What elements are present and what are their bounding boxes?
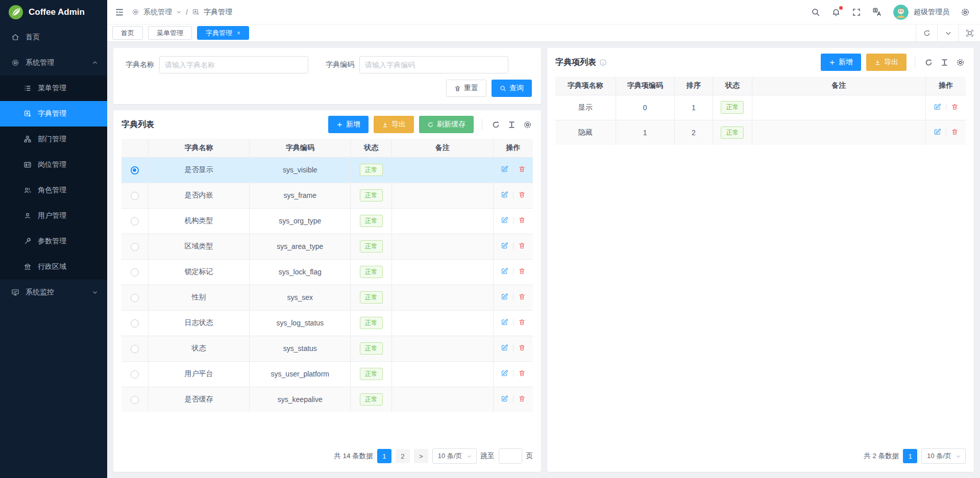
edit-icon[interactable] <box>934 103 941 111</box>
edit-icon[interactable] <box>501 267 508 275</box>
delete-icon[interactable] <box>518 191 526 198</box>
delete-icon[interactable] <box>518 318 526 326</box>
table-row[interactable]: 隐藏12正常 <box>555 120 966 145</box>
maximize-icon[interactable] <box>959 24 980 41</box>
query-button[interactable]: 查询 <box>492 80 532 97</box>
table-row[interactable]: 是否缓存sys_keepalive正常 <box>121 387 533 412</box>
page-button-2[interactable]: 2 <box>396 449 410 463</box>
row-radio[interactable] <box>131 345 139 353</box>
table-row[interactable]: 是否内嵌sys_frame正常 <box>121 183 533 208</box>
edit-icon[interactable] <box>501 395 508 402</box>
table-settings-gear-icon[interactable] <box>522 119 533 130</box>
reset-button[interactable]: 重置 <box>446 80 486 97</box>
sidebar-item-dict-mgmt[interactable]: 字典管理 <box>0 101 107 127</box>
jump-page-input[interactable] <box>499 448 522 464</box>
dict-code-input[interactable] <box>359 56 508 73</box>
user-name[interactable]: 超级管理员 <box>914 8 949 17</box>
table-row[interactable]: 用户平台sys_user_platform正常 <box>121 361 533 387</box>
tab-dict-mgmt[interactable]: 字典管理× <box>197 26 249 40</box>
table-row[interactable]: 机构类型sys_org_type正常 <box>121 208 533 234</box>
sidebar-item-admin-region[interactable]: 行政区域 <box>0 254 107 280</box>
notification-bell-icon[interactable] <box>831 8 841 17</box>
delete-icon[interactable] <box>951 103 959 111</box>
fullscreen-icon[interactable] <box>852 8 861 17</box>
edit-icon[interactable] <box>501 242 508 249</box>
delete-icon[interactable] <box>518 267 526 275</box>
edit-icon[interactable] <box>501 318 508 326</box>
row-radio[interactable] <box>131 192 139 200</box>
delete-icon[interactable] <box>518 216 526 224</box>
delete-icon[interactable] <box>518 165 526 173</box>
edit-icon[interactable] <box>501 216 508 224</box>
dict-name-input[interactable] <box>159 56 308 73</box>
delete-icon[interactable] <box>518 242 526 249</box>
row-density-icon[interactable] <box>506 119 517 130</box>
page-button-1[interactable]: 1 <box>377 449 391 463</box>
sidebar-item-monitor[interactable]: 系统监控 <box>0 280 107 305</box>
sidebar-item-menu-mgmt[interactable]: 菜单管理 <box>0 76 107 101</box>
app-logo[interactable]: Coffee Admin <box>0 0 107 24</box>
chevron-down-icon[interactable] <box>937 24 959 41</box>
sitemap-icon <box>23 135 32 143</box>
row-radio[interactable] <box>131 243 139 251</box>
edit-icon[interactable] <box>934 128 941 136</box>
translate-icon[interactable] <box>872 7 882 17</box>
refresh-table-icon[interactable] <box>923 57 934 68</box>
sidebar-item-dept-mgmt[interactable]: 部门管理 <box>0 127 107 152</box>
row-density-icon[interactable] <box>939 57 950 68</box>
export-dict-item-button[interactable]: 导出 <box>866 54 906 71</box>
row-radio[interactable] <box>131 319 139 328</box>
sidebar-item-role-mgmt[interactable]: 角色管理 <box>0 178 107 203</box>
search-icon[interactable] <box>811 8 820 17</box>
page-size-select[interactable]: 10 条/页 <box>432 448 477 464</box>
edit-icon[interactable] <box>501 191 508 198</box>
row-radio[interactable] <box>131 166 139 174</box>
edit-icon[interactable] <box>501 369 508 377</box>
table-row[interactable]: 显示01正常 <box>555 95 966 120</box>
edit-icon[interactable] <box>501 165 508 173</box>
add-dict-item-button[interactable]: 新增 <box>821 54 861 71</box>
row-radio[interactable] <box>131 294 139 302</box>
row-radio[interactable] <box>131 396 139 404</box>
table-row[interactable]: 锁定标记sys_lock_flag正常 <box>121 259 533 285</box>
table-row[interactable]: 是否显示sys_visible正常 <box>121 157 533 183</box>
table-row[interactable]: 区域类型sys_area_type正常 <box>121 234 533 259</box>
dict-code-label: 字典编码 <box>323 60 354 69</box>
refresh-table-icon[interactable] <box>491 119 501 130</box>
sidebar-item-post-mgmt[interactable]: 岗位管理 <box>0 152 107 178</box>
page-size-select[interactable]: 10 条/页 <box>921 448 966 464</box>
sort-cell: 2 <box>674 120 713 145</box>
refresh-cache-button[interactable]: 刷新缓存 <box>419 116 474 133</box>
edit-icon[interactable] <box>501 344 508 351</box>
table-settings-gear-icon[interactable] <box>955 57 966 68</box>
sidebar-item-param-mgmt[interactable]: 参数管理 <box>0 229 107 254</box>
refresh-icon[interactable] <box>916 24 937 41</box>
info-icon[interactable] <box>599 59 607 66</box>
delete-icon[interactable] <box>518 395 526 402</box>
sidebar-item-system[interactable]: 系统管理 <box>0 50 107 76</box>
row-radio[interactable] <box>131 370 139 379</box>
settings-gear-icon[interactable] <box>961 8 970 17</box>
tab-menu-mgmt[interactable]: 菜单管理 <box>148 26 192 40</box>
tab-close-icon[interactable]: × <box>237 30 240 37</box>
table-row[interactable]: 性别sys_sex正常 <box>121 285 533 310</box>
menu-fold-icon[interactable] <box>114 7 125 17</box>
avatar[interactable] <box>893 5 909 20</box>
edit-icon[interactable] <box>501 293 508 300</box>
table-row[interactable]: 状态sys_status正常 <box>121 336 533 361</box>
table-row[interactable]: 日志状态sys_log_status正常 <box>121 310 533 336</box>
breadcrumb-section[interactable]: 系统管理 <box>143 8 172 17</box>
add-dict-button[interactable]: 新增 <box>328 116 369 133</box>
sidebar-item-home[interactable]: 首页 <box>0 24 107 50</box>
page-button-1[interactable]: 1 <box>903 449 917 463</box>
delete-icon[interactable] <box>951 128 959 136</box>
row-radio[interactable] <box>131 268 139 276</box>
delete-icon[interactable] <box>518 293 526 300</box>
export-dict-button[interactable]: 导出 <box>374 116 414 133</box>
row-radio[interactable] <box>131 217 139 225</box>
tab-home[interactable]: 首页 <box>112 26 143 40</box>
next-page-button[interactable]: > <box>414 449 428 463</box>
delete-icon[interactable] <box>518 344 526 351</box>
delete-icon[interactable] <box>518 369 526 377</box>
sidebar-item-user-mgmt[interactable]: 用户管理 <box>0 203 107 229</box>
